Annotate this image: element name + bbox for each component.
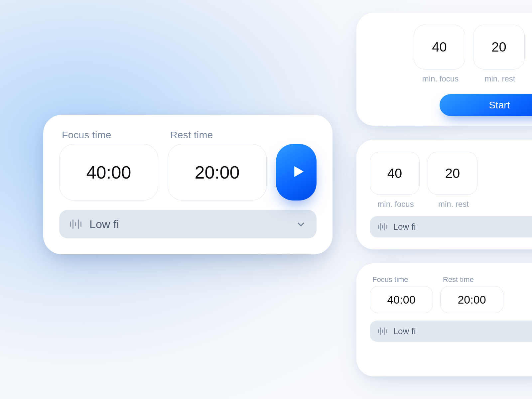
focus-minutes-input[interactable]: 40	[370, 152, 420, 195]
focus-col: Focus time 40:00	[370, 275, 433, 313]
start-button[interactable]: Start	[440, 94, 532, 116]
rest-time-label: Rest time	[443, 275, 474, 284]
rest-minutes-input[interactable]: 20	[428, 152, 477, 195]
rest-minutes-input[interactable]: 20	[473, 25, 525, 69]
focus-col: 40 min. focus	[370, 152, 420, 209]
focus-time-col: Focus time 40:00	[59, 129, 158, 200]
focus-time-label: Focus time	[372, 275, 408, 284]
sound-select[interactable]: Low fi	[370, 321, 532, 342]
rest-col: 20 min. rest	[428, 152, 477, 209]
sound-select[interactable]: Low fi	[370, 216, 532, 237]
timer-inputs-row: 40 min. focus 20 min. rest	[414, 25, 532, 83]
timer-card-variant-compact: 40 min. focus 20 min. rest Low fi	[356, 140, 532, 249]
sound-select-label: Low fi	[89, 218, 119, 231]
focus-minutes-label: min. focus	[377, 200, 414, 209]
chevron-down-icon	[296, 219, 306, 229]
timer-inputs-row: 40 min. focus 20 min. rest	[370, 152, 532, 209]
play-button[interactable]	[276, 144, 317, 200]
focus-minutes-input[interactable]: 40	[414, 25, 465, 69]
play-icon	[286, 163, 307, 182]
rest-time-input[interactable]: 20:00	[440, 286, 503, 313]
focus-minutes-label: min. focus	[422, 74, 459, 83]
rest-col: 20 min. rest	[473, 25, 525, 83]
rest-time-col: Rest time 20:00	[168, 129, 267, 200]
rest-time-input[interactable]: 20:00	[168, 144, 267, 200]
rest-time-label: Rest time	[170, 129, 267, 141]
focus-time-input[interactable]: 40:00	[370, 286, 433, 313]
focus-time-input[interactable]: 40:00	[59, 144, 158, 200]
equalizer-icon	[378, 328, 387, 335]
timer-inputs-row: Focus time 40:00 Rest time 20:00	[370, 275, 532, 313]
timer-card-large: Focus time 40:00 Rest time 20:00 Low fi	[43, 115, 332, 254]
rest-col: Rest time 20:00	[440, 275, 503, 313]
timer-card-variant-labeled: Focus time 40:00 Rest time 20:00 Low fi	[356, 263, 532, 376]
sound-select[interactable]: Low fi	[59, 210, 317, 238]
equalizer-icon	[70, 218, 81, 230]
timer-card-variant-start: 40 min. focus 20 min. rest Start	[356, 13, 532, 126]
timer-inputs-row: Focus time 40:00 Rest time 20:00	[59, 129, 317, 200]
rest-minutes-label: min. rest	[438, 200, 469, 209]
equalizer-icon	[378, 223, 387, 230]
rest-minutes-label: min. rest	[484, 74, 515, 83]
sound-select-label: Low fi	[393, 326, 416, 336]
focus-time-label: Focus time	[62, 129, 158, 141]
sound-select-label: Low fi	[393, 222, 416, 232]
focus-col: 40 min. focus	[414, 25, 465, 83]
